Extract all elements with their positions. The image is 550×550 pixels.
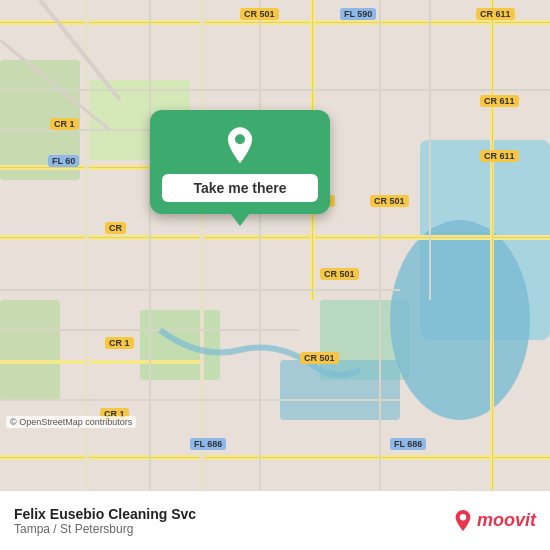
road-label-fl686-right: FL 686: [390, 438, 426, 450]
svg-point-36: [460, 514, 466, 520]
svg-rect-15: [0, 360, 200, 364]
road-label-cr1-left: CR 1: [50, 118, 79, 130]
road-label-cr-left2: CR: [105, 222, 126, 234]
moovit-pin-icon: [453, 509, 473, 533]
copyright-text: © OpenStreetMap contributors: [6, 416, 136, 428]
road-label-fl590: FL 590: [340, 8, 376, 20]
svg-point-7: [390, 220, 530, 420]
svg-rect-10: [0, 22, 550, 23]
popup-card[interactable]: Take me there: [150, 110, 330, 214]
svg-rect-17: [0, 457, 550, 458]
svg-point-35: [235, 134, 245, 144]
road-label-cr611-2: CR 611: [480, 150, 519, 162]
info-bar: Felix Eusebio Cleaning Svc Tampa / St Pe…: [0, 490, 550, 550]
road-label-fl686-left: FL 686: [190, 438, 226, 450]
moovit-brand-text: moovit: [477, 510, 536, 531]
road-label-cr501-top: CR 501: [240, 8, 279, 20]
svg-rect-8: [280, 360, 400, 420]
place-subtitle: Tampa / St Petersburg: [14, 522, 196, 536]
svg-rect-5: [0, 300, 60, 400]
road-label-cr501-mid: CR 501: [370, 195, 409, 207]
info-text: Felix Eusebio Cleaning Svc Tampa / St Pe…: [14, 506, 196, 536]
road-label-cr501-bot: CR 501: [320, 268, 359, 280]
road-label-fl60: FL 60: [48, 155, 79, 167]
moovit-logo: moovit: [453, 509, 536, 533]
road-label-cr611-top: CR 611: [476, 8, 515, 20]
svg-rect-14: [0, 237, 550, 238]
place-title: Felix Eusebio Cleaning Svc: [14, 506, 196, 522]
location-pin-icon: [220, 126, 260, 166]
svg-rect-23: [492, 0, 493, 490]
svg-rect-19: [200, 0, 204, 490]
road-label-cr611-1: CR 611: [480, 95, 519, 107]
take-me-there-button[interactable]: Take me there: [162, 174, 318, 202]
road-label-cr501-bot2: CR 501: [300, 352, 339, 364]
road-label-cr1-bot1: CR 1: [105, 337, 134, 349]
map-container: CR 501 FL 590 CR 611 CR 1 FL 60 CR 501 S…: [0, 0, 550, 490]
